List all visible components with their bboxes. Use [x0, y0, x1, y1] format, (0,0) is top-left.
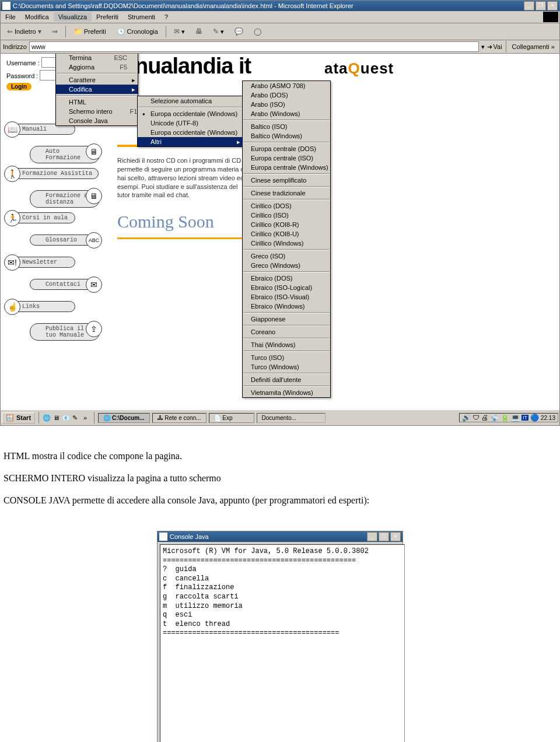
- discuss-button[interactable]: 💬: [230, 26, 247, 37]
- tray-lang-icon[interactable]: IT: [522, 415, 528, 421]
- tray-icon[interactable]: 🔵: [530, 414, 539, 422]
- encoding-option[interactable]: Thai (Windows): [243, 340, 330, 349]
- tray-icon[interactable]: 🔊: [462, 414, 471, 422]
- mail-button[interactable]: ✉▾: [170, 26, 189, 37]
- address-dropdown-icon[interactable]: ▾: [481, 43, 485, 51]
- tray-icon[interactable]: 🛡: [473, 414, 480, 422]
- quick-desktop-icon[interactable]: 🖥: [53, 414, 60, 421]
- menu-item[interactable]: Schermo interoF11: [56, 107, 138, 116]
- nav-formazione-assistita[interactable]: 🚶Formazione Assistita: [6, 168, 100, 186]
- go-button[interactable]: ➜ Vai: [487, 43, 502, 51]
- menu-item[interactable]: Europa occidentale (Windows): [138, 128, 243, 137]
- tray-icon[interactable]: 💻: [511, 414, 520, 422]
- encoding-option[interactable]: Ebraico (ISO-Logical): [243, 283, 330, 292]
- password-label: Password :: [6, 72, 38, 79]
- encoding-option[interactable]: Ebraico (Windows): [243, 302, 330, 311]
- menu-item[interactable]: Selezione automatica: [138, 96, 243, 106]
- encoding-option[interactable]: Greco (Windows): [243, 261, 330, 270]
- encoding-option[interactable]: Baltico (Windows): [243, 131, 330, 141]
- encoding-option[interactable]: Turco (Windows): [243, 362, 330, 372]
- encoding-option[interactable]: Arabo (ASMO 708): [243, 81, 330, 90]
- extra-button[interactable]: ◯: [250, 26, 265, 37]
- menu-item[interactable]: HTML: [56, 97, 138, 107]
- tray-icon[interactable]: 🖨: [481, 414, 488, 422]
- nav-links[interactable]: ☝Links: [6, 301, 100, 318]
- encoding-option[interactable]: Giapponese: [243, 314, 330, 324]
- quick-edit-icon[interactable]: ✎: [72, 414, 78, 422]
- nav-contattaci[interactable]: ✉Contattaci: [30, 279, 100, 296]
- encoding-option[interactable]: Cirillico (Windows): [243, 239, 330, 248]
- console-close-button[interactable]: ×: [390, 532, 401, 541]
- console-minimize-button[interactable]: _: [367, 532, 377, 541]
- windows-icon: 🪟: [6, 414, 14, 422]
- nav-glossario[interactable]: ABCGlossario: [30, 235, 100, 252]
- edit-button[interactable]: ✎▾: [209, 26, 228, 37]
- encoding-option[interactable]: Definiti dall'utente: [243, 375, 330, 384]
- menu-item[interactable]: Europa occidentale (Windows): [138, 109, 243, 118]
- print-button[interactable]: 🖶: [191, 26, 206, 37]
- encoding-option[interactable]: Coreano: [243, 327, 330, 337]
- maximize-button[interactable]: ❐: [536, 1, 546, 10]
- nav-pubblica[interactable]: ⇪Pubblica il tuo Manuale: [30, 323, 100, 341]
- menu-file[interactable]: File: [1, 12, 20, 22]
- encoding-option[interactable]: Cirillico (KOI8-R): [243, 220, 330, 229]
- address-input[interactable]: [29, 41, 479, 52]
- menu-item[interactable]: Altri▸: [138, 137, 243, 146]
- quick-outlook-icon[interactable]: 📧: [62, 414, 70, 422]
- encoding-option[interactable]: Cirillico (DOS): [243, 201, 330, 211]
- menu-preferiti[interactable]: Preferiti: [92, 12, 123, 22]
- login-button[interactable]: Login: [6, 83, 32, 90]
- menu-item[interactable]: Unicode (UTF-8): [138, 118, 243, 128]
- forward-button[interactable]: ⇒: [48, 26, 62, 37]
- nav-formazione-distanza[interactable]: 🖥Formazione a distanza: [30, 190, 100, 208]
- favorites-button[interactable]: 📁 Preferiti: [69, 26, 110, 37]
- back-button[interactable]: ⇐ Indietro ▾: [3, 26, 46, 37]
- encoding-option[interactable]: Europa centrale (ISO): [243, 153, 330, 163]
- quick-ie-icon[interactable]: 🌐: [43, 414, 51, 422]
- body-paragraph: Richiedi il nostro CD con i programmi di…: [117, 156, 251, 200]
- task-rete[interactable]: 🖧 Rete e conn...: [152, 413, 206, 423]
- body-text-block: Richiedi il nostro CD con i programmi di…: [117, 145, 251, 239]
- encoding-option[interactable]: Cinese tradizionale: [243, 188, 330, 198]
- history-button[interactable]: 🕓 Cronologia: [113, 26, 162, 37]
- tray-icon[interactable]: 🔋: [501, 414, 509, 422]
- encoding-option[interactable]: Vietnamita (Windows): [243, 388, 330, 397]
- menu-strumenti[interactable]: Strumenti: [123, 12, 160, 22]
- nav-auto-formazione[interactable]: 🖥Auto Formazione: [30, 146, 100, 163]
- encoding-option[interactable]: Cirillico (ISO): [243, 211, 330, 220]
- encoding-option[interactable]: Arabo (ISO): [243, 100, 330, 109]
- menu-item[interactable]: TerminaESC: [56, 54, 138, 62]
- nav-newsletter[interactable]: ✉!Newsletter: [6, 257, 100, 274]
- close-button[interactable]: ×: [547, 1, 558, 10]
- encoding-option[interactable]: Cirillico (KOI8-U): [243, 229, 330, 239]
- menu-visualizza[interactable]: Visualizza: [54, 12, 92, 22]
- tray-icon[interactable]: 📡: [490, 414, 499, 422]
- nav-corsi-aula[interactable]: 🏃Corsi in aula: [6, 212, 100, 230]
- menu-item[interactable]: Codifica▸: [56, 85, 138, 94]
- menu-item[interactable]: AggiornaF5: [56, 62, 138, 72]
- encoding-option[interactable]: Baltico (ISO): [243, 122, 330, 131]
- encoding-option[interactable]: Europa centrale (DOS): [243, 144, 330, 153]
- encoding-option[interactable]: Europa centrale (Windows): [243, 163, 330, 172]
- minimize-button[interactable]: _: [524, 1, 534, 10]
- encoding-option[interactable]: Arabo (Windows): [243, 109, 330, 118]
- nav-manuali[interactable]: 📖Manuali: [6, 124, 100, 141]
- menu-help[interactable]: ?: [160, 12, 173, 22]
- start-button[interactable]: 🪟 Start: [2, 412, 35, 424]
- menu-item[interactable]: Console Java: [56, 116, 138, 125]
- quick-more[interactable]: »: [80, 414, 90, 421]
- encoding-option[interactable]: Arabo (DOS): [243, 90, 330, 100]
- task-ie[interactable]: 🌐 C:\Docum...: [98, 413, 149, 423]
- task-explorer[interactable]: 📄 Exp: [209, 413, 254, 423]
- links-button[interactable]: Collegamenti »: [510, 43, 557, 50]
- encoding-option[interactable]: Cinese semplificato: [243, 176, 330, 185]
- encoding-option[interactable]: Ebraico (DOS): [243, 274, 330, 283]
- menu-item[interactable]: Carattere▸: [56, 75, 138, 85]
- menu-modifica[interactable]: Modifica: [20, 12, 54, 22]
- encoding-option[interactable]: Greco (ISO): [243, 251, 330, 261]
- encoding-option[interactable]: Ebraico (ISO-Visual): [243, 292, 330, 302]
- doc-p3: CONSOLE JAVA permette di accedere alla c…: [4, 494, 556, 508]
- console-output[interactable]: [160, 544, 405, 742]
- console-maximize-button[interactable]: □: [379, 532, 389, 541]
- encoding-option[interactable]: Turco (ISO): [243, 353, 330, 362]
